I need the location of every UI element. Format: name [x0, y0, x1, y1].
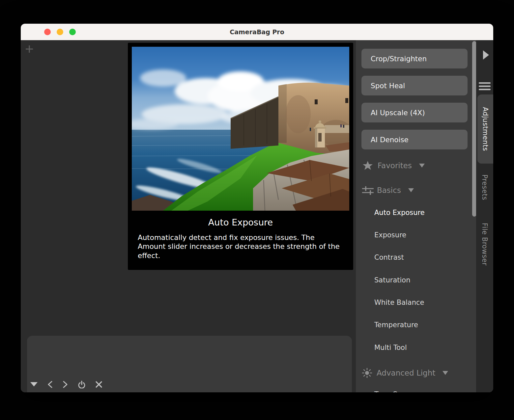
side-tabstrip: Adjustments Presets File Browser — [476, 40, 493, 392]
remove-image-icon[interactable] — [96, 381, 102, 388]
star-icon — [362, 161, 376, 171]
adjustment-item-exposure[interactable]: Exposure — [374, 231, 406, 239]
section-advanced-light[interactable]: Advanced Light — [361, 367, 448, 379]
preview-title: Auto Exposure — [128, 217, 353, 227]
crop-straighten-button[interactable]: Crop/Straighten — [361, 49, 468, 68]
section-favorites[interactable]: Favorites — [362, 160, 425, 171]
adjustment-item-tone-curves[interactable]: Tone Curves — [374, 390, 416, 392]
tab-label: File Browser — [481, 223, 489, 266]
adjustment-item-auto-exposure[interactable]: Auto Exposure — [374, 209, 425, 217]
section-label: Basics — [377, 186, 401, 195]
adjustment-item-temperature[interactable]: Temperature — [374, 321, 418, 329]
adjustment-item-contrast[interactable]: Contrast — [374, 253, 404, 261]
chevron-down-icon — [408, 188, 414, 193]
ai-upscale-button[interactable]: AI Upscale (4X) — [361, 103, 468, 122]
window-title: CameraBag Pro — [21, 24, 493, 40]
menu-icon[interactable] — [479, 81, 491, 91]
tab-presets[interactable]: Presets — [476, 173, 493, 201]
tab-file-browser[interactable]: File Browser — [476, 221, 493, 267]
adjustment-item-saturation[interactable]: Saturation — [374, 276, 410, 284]
titlebar: CameraBag Pro — [21, 24, 493, 40]
sun-icon — [361, 367, 375, 379]
add-image-icon[interactable] — [25, 45, 33, 53]
tab-label: Presets — [481, 174, 489, 200]
adjustment-item-multi-tool[interactable]: Multi Tool — [374, 344, 407, 352]
preview-card: Auto Exposure Automatically detect and f… — [128, 43, 353, 270]
filmstrip-toolbar — [30, 381, 102, 388]
app-window: CameraBag Pro — [21, 24, 493, 392]
filmstrip-panel — [27, 336, 352, 392]
previous-image-icon[interactable] — [47, 381, 53, 388]
screen-background: CameraBag Pro — [0, 0, 514, 420]
chevron-down-icon — [443, 371, 448, 375]
ai-denoise-button[interactable]: AI Denoise — [361, 130, 468, 149]
section-label: Favorites — [378, 161, 412, 170]
section-label: Advanced Light — [377, 369, 435, 377]
tab-adjustments[interactable]: Adjustments — [477, 94, 493, 164]
spot-heal-button[interactable]: Spot Heal — [361, 76, 468, 95]
collapse-panel-icon[interactable] — [482, 50, 489, 60]
photo-preview — [132, 47, 349, 211]
adjustments-panel: Crop/Straighten Spot Heal AI Upscale (4X… — [356, 40, 476, 392]
section-basics[interactable]: Basics — [362, 184, 414, 196]
tab-label: Adjustments — [481, 107, 489, 151]
canvas-area: Auto Exposure Automatically detect and f… — [21, 40, 356, 392]
next-image-icon[interactable] — [63, 381, 68, 388]
preview-description: Automatically detect and fix exposure is… — [138, 233, 341, 260]
adjustment-item-white-balance[interactable]: White Balance — [374, 299, 424, 306]
collapse-filmstrip-icon[interactable] — [30, 382, 38, 387]
chevron-down-icon — [419, 164, 425, 168]
power-toggle-icon[interactable] — [78, 381, 86, 388]
sliders-icon — [362, 185, 375, 196]
